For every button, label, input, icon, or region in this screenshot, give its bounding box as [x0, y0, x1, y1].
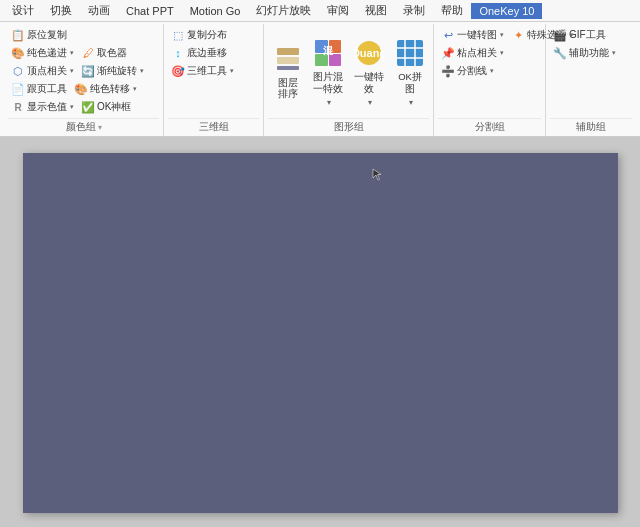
button-onekey-fx[interactable]: Duang 一键特效 — [350, 35, 388, 96]
menu-item-animation[interactable]: 动画 — [80, 1, 118, 20]
button-image-mix-container: 混 图片混一特效 ▾ — [309, 35, 347, 107]
ribbon-group-shape: 图层排序 混 图片混 — [264, 24, 434, 136]
menu-item-chatppt[interactable]: Chat PPT — [118, 3, 182, 19]
pagefooter-label: 跟页工具 — [27, 82, 67, 96]
3d-tool-arrow: ▾ — [230, 67, 234, 75]
slide-canvas[interactable] — [23, 153, 618, 513]
button-one-key-convert[interactable]: ↩ 一键转图 ▾ — [438, 27, 507, 43]
menu-item-slideshow[interactable]: 幻灯片放映 — [248, 1, 319, 20]
ribbon-group-assist: 🎬 GIF工具 🔧 辅助功能 ▾ 辅助组 — [546, 24, 636, 136]
grad-rotate-label: 渐纯旋转 — [97, 64, 137, 78]
button-3d-tool[interactable]: 🎯 三维工具 ▾ — [168, 63, 237, 79]
assist-row-1: 🎬 GIF工具 — [550, 26, 632, 44]
button-layer-sort[interactable]: 图层排序 — [270, 40, 306, 103]
one-key-convert-arrow: ▾ — [500, 31, 504, 39]
stick-point-icon: 📌 — [441, 46, 455, 60]
menu-item-onekey10[interactable]: OneKey 10 — [471, 3, 542, 19]
image-mix-arrow[interactable]: ▾ — [327, 98, 331, 107]
button-gif-tool[interactable]: 🎬 GIF工具 — [550, 27, 609, 43]
assist-group-buttons: 🎬 GIF工具 🔧 辅助功能 ▾ — [550, 26, 632, 116]
color-group-buttons: 📋 原位复制 🎨 纯色递进 ▾ 🖊 取色器 — [8, 26, 159, 116]
button-show-color[interactable]: R 显示色值 ▾ — [8, 99, 77, 115]
svg-rect-10 — [397, 40, 423, 66]
bottom-edge-label: 底边垂移 — [187, 46, 227, 60]
button-pagefooter[interactable]: 📄 跟页工具 — [8, 81, 70, 97]
split-row-1: ↩ 一键转图 ▾ ✦ 特殊选中 ▾ — [438, 26, 541, 44]
button-onekey-fx-container: Duang 一键特效 ▾ — [350, 35, 388, 107]
assist-group-label: 辅助组 — [576, 120, 606, 134]
button-color-picker[interactable]: 🖊 取色器 — [78, 45, 130, 61]
button-grad-rotate[interactable]: 🔄 渐纯旋转 ▾ — [78, 63, 147, 79]
special-select-icon: ✦ — [511, 28, 525, 42]
menu-item-view[interactable]: 视图 — [357, 1, 395, 20]
button-pure-color-progress[interactable]: 🎨 纯色递进 ▾ — [8, 45, 77, 61]
button-vertex-related[interactable]: ⬡ 顶点相关 ▾ — [8, 63, 77, 79]
vertex-related-icon: ⬡ — [11, 64, 25, 78]
3d-row-3: 🎯 三维工具 ▾ — [168, 62, 259, 80]
vertex-related-label: 顶点相关 — [27, 64, 67, 78]
3d-group-label-row: 三维组 — [168, 118, 259, 136]
color-group-expand[interactable]: ▾ — [98, 123, 102, 132]
button-copy-distribute[interactable]: ⬚ 复制分布 — [168, 27, 230, 43]
gif-tool-label: GIF工具 — [569, 28, 606, 42]
menu-item-design[interactable]: 设计 — [4, 1, 42, 20]
divider-icon: ➗ — [441, 64, 455, 78]
color-row-1: 📋 原位复制 — [8, 26, 159, 44]
vertex-related-arrow: ▾ — [70, 67, 74, 75]
one-key-convert-icon: ↩ — [441, 28, 455, 42]
divider-arrow: ▾ — [490, 67, 494, 75]
3d-tool-label: 三维工具 — [187, 64, 227, 78]
ok-mosaic-arrow[interactable]: ▾ — [409, 98, 413, 107]
button-ok-mosaic[interactable]: OK拼图 — [391, 35, 429, 96]
assist-row-2: 🔧 辅助功能 ▾ — [550, 44, 632, 62]
button-image-mix[interactable]: 混 图片混一特效 — [309, 35, 347, 96]
pure-color-progress-icon: 🎨 — [11, 46, 25, 60]
ribbon-group-split: ↩ 一键转图 ▾ ✦ 特殊选中 ▾ 📌 粘点相关 ▾ — [434, 24, 546, 136]
svg-rect-0 — [277, 48, 299, 55]
show-color-icon: R — [11, 100, 25, 114]
color-row-5: R 显示色值 ▾ ✅ OK神框 — [8, 98, 159, 116]
menu-bar: 设计 切换 动画 Chat PPT Motion Go 幻灯片放映 审阅 视图 … — [0, 0, 640, 22]
button-ok-mosaic-container: OK拼图 ▾ — [391, 35, 429, 107]
ribbon-group-3d: ⬚ 复制分布 ↕ 底边垂移 🎯 三维工具 ▾ — [164, 24, 264, 136]
pure-color-progress-arrow: ▾ — [70, 49, 74, 57]
cursor-indicator — [371, 167, 385, 181]
pure-transfer-arrow: ▾ — [133, 85, 137, 93]
ribbon-group-color: 📋 原位复制 🎨 纯色递进 ▾ 🖊 取色器 — [4, 24, 164, 136]
split-group-label-row: 分割组 — [438, 118, 541, 136]
button-pure-transfer[interactable]: 🎨 纯色转移 ▾ — [71, 81, 140, 97]
menu-item-review[interactable]: 审阅 — [319, 1, 357, 20]
button-stick-point[interactable]: 📌 粘点相关 ▾ — [438, 45, 507, 61]
onekey-fx-icon: Duang — [353, 37, 385, 69]
onekey-fx-arrow[interactable]: ▾ — [368, 98, 372, 107]
ribbon: 📋 原位复制 🎨 纯色递进 ▾ 🖊 取色器 — [0, 22, 640, 137]
menu-item-help[interactable]: 帮助 — [433, 1, 471, 20]
svg-rect-2 — [277, 66, 299, 70]
button-yuanwei-copy[interactable]: 📋 原位复制 — [8, 27, 70, 43]
menu-item-switch[interactable]: 切换 — [42, 1, 80, 20]
button-bottom-edge[interactable]: ↕ 底边垂移 — [168, 45, 230, 61]
shape-group-buttons: 图层排序 混 图片混 — [268, 26, 429, 116]
color-group-label: 颜色组 — [66, 120, 96, 134]
button-assist-func[interactable]: 🔧 辅助功能 ▾ — [550, 45, 619, 61]
show-color-arrow: ▾ — [70, 103, 74, 111]
show-color-label: 显示色值 — [27, 100, 67, 114]
assist-group-label-row: 辅助组 — [550, 118, 632, 136]
grad-rotate-icon: 🔄 — [81, 64, 95, 78]
canvas-area — [0, 137, 640, 527]
pure-transfer-icon: 🎨 — [74, 82, 88, 96]
assist-func-icon: 🔧 — [553, 46, 567, 60]
assist-func-label: 辅助功能 — [569, 46, 609, 60]
split-row-2: 📌 粘点相关 ▾ — [438, 44, 541, 62]
button-divider[interactable]: ➗ 分割线 ▾ — [438, 63, 497, 79]
split-row-3: ➗ 分割线 ▾ — [438, 62, 541, 80]
button-ok-frame[interactable]: ✅ OK神框 — [78, 99, 134, 115]
copy-icon: 📋 — [11, 28, 25, 42]
menu-item-motiongo[interactable]: Motion Go — [182, 3, 249, 19]
3d-row-1: ⬚ 复制分布 — [168, 26, 259, 44]
color-picker-label: 取色器 — [97, 46, 127, 60]
button-yuanwei-label: 原位复制 — [27, 28, 67, 42]
menu-item-record[interactable]: 录制 — [395, 1, 433, 20]
grad-rotate-arrow: ▾ — [140, 67, 144, 75]
ribbon-groups: 📋 原位复制 🎨 纯色递进 ▾ 🖊 取色器 — [4, 24, 636, 136]
